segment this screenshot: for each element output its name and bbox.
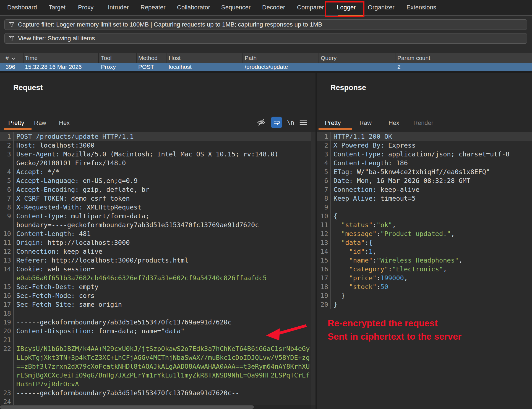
- column-header-query[interactable]: Query: [321, 53, 337, 63]
- editor-line[interactable]: 4Content-Length: 186: [317, 159, 532, 167]
- nav-tab-repeater[interactable]: Repeater: [140, 0, 166, 15]
- view-filter-bar[interactable]: View filter: Showing all items: [4, 33, 527, 44]
- editor-line[interactable]: 19 }: [317, 291, 532, 300]
- column-header-method[interactable]: Method: [138, 53, 158, 63]
- editor-menu-icon[interactable]: [299, 119, 307, 126]
- word-wrap-icon: [273, 119, 280, 126]
- request-horizontal-scrollbar-thumb[interactable]: [0, 405, 254, 409]
- line-number: 10: [0, 229, 14, 238]
- editor-line[interactable]: 5Accept-Language: en-US,en;q=0.9: [0, 176, 315, 185]
- nav-tab-target[interactable]: Target: [49, 0, 66, 15]
- editor-line[interactable]: 10{: [317, 212, 532, 221]
- editor-line[interactable]: 6Date: Mon, 16 Mar 2026 08:32:28 GMT: [317, 176, 532, 185]
- editor-line[interactable]: 4Accept: */*: [0, 167, 315, 176]
- editor-line[interactable]: rESmjBgXCXcJeiFiO9qG/BnHg7JXZPErYm1rYkLu…: [0, 371, 315, 380]
- column-header-#[interactable]: #: [6, 53, 15, 63]
- request-vertical-scrollbar[interactable]: [311, 132, 315, 405]
- request-horizontal-scrollbar[interactable]: [0, 405, 311, 409]
- line-number: 10: [317, 212, 331, 221]
- editor-line[interactable]: 13 "data":{: [317, 238, 532, 247]
- tab-hex[interactable]: Hex: [388, 119, 399, 127]
- request-toolbar-icons: \n: [257, 116, 312, 129]
- editor-line[interactable]: Hu3ntP7vjRdrOcvA: [0, 380, 315, 389]
- tab-pretty[interactable]: Pretty: [325, 119, 341, 127]
- editor-line[interactable]: 8X-Requested-With: XMLHttpRequest: [0, 203, 315, 212]
- editor-line[interactable]: 15Sec-Fetch-Dest: empty: [0, 282, 315, 291]
- editor-line[interactable]: 9Content-Type: multipart/form-data;: [0, 212, 315, 221]
- column-header-tool[interactable]: Tool: [101, 53, 112, 63]
- editor-line[interactable]: 6Accept-Encoding: gzip, deflate, br: [0, 185, 315, 194]
- tab-raw[interactable]: Raw: [359, 119, 372, 127]
- editor-line[interactable]: 16Sec-Fetch-Mode: cors: [0, 291, 315, 300]
- burp-suite-window: DashboardTargetProxyIntruderRepeaterColl…: [0, 0, 532, 409]
- column-header-param-count[interactable]: Param count: [397, 53, 430, 63]
- nav-tab-proxy[interactable]: Proxy: [78, 0, 93, 15]
- editor-line[interactable]: boundary=----geckoformboundary7ab3d51e51…: [0, 221, 315, 229]
- column-header-path[interactable]: Path: [245, 53, 257, 63]
- capture-filter-bar[interactable]: Capture filter: Logger memory limit set …: [4, 19, 527, 30]
- editor-line[interactable]: 3Content-Type: application/json; charset…: [317, 150, 532, 159]
- editor-line[interactable]: 17 "price":199000,: [317, 274, 532, 282]
- column-header-time[interactable]: Time: [25, 53, 38, 63]
- tab-hex[interactable]: Hex: [59, 119, 70, 127]
- line-number: 17: [317, 274, 331, 282]
- logger-table-selected-row[interactable]: 39615:32:28 16 Mar 2026ProxyPOSTlocalhos…: [0, 63, 532, 71]
- tab-pretty[interactable]: Pretty: [8, 119, 24, 127]
- editor-line[interactable]: e0ab56a0f651b3a7682cb4646c6326ef7d37a31e…: [0, 274, 315, 282]
- line-content: Content-Length: 186: [331, 159, 408, 167]
- row-cell: 15:32:28 16 Mar 2026: [25, 63, 82, 71]
- editor-line[interactable]: LLpKTgjXkt3TN+3p4kTcZ3XC+LhCFjAGGv4MCThj…: [0, 353, 315, 362]
- editor-line[interactable]: 7Connection: keep-alive: [317, 185, 532, 194]
- editor-line[interactable]: 14Cookie: web_session=: [0, 265, 315, 274]
- soft-wrap-toggle-button[interactable]: [271, 117, 282, 128]
- editor-line[interactable]: 12Connection: keep-alive: [0, 247, 315, 256]
- editor-line[interactable]: 18 "stock":50: [317, 282, 532, 291]
- editor-line[interactable]: 8Keep-Alive: timeout=5: [317, 194, 532, 203]
- editor-line[interactable]: 13Referer: http://localhost:3000/product…: [0, 256, 315, 265]
- line-number: 4: [317, 159, 331, 167]
- editor-line[interactable]: 20}: [317, 300, 532, 309]
- logger-table-header[interactable]: #TimeToolMethodHostPathQueryParam count: [0, 53, 532, 63]
- editor-line[interactable]: 3User-Agent: Mozilla/5.0 (Macintosh; Int…: [0, 150, 315, 159]
- editor-line[interactable]: 17Sec-Fetch-Site: same-origin: [0, 300, 315, 309]
- line-number: [0, 353, 14, 362]
- response-editor[interactable]: 1HTTP/1.1 200 OK2X-Powered-By: Express3C…: [317, 132, 532, 409]
- show-newlines-toggle[interactable]: \n: [287, 119, 294, 126]
- editor-line[interactable]: 23------geckoformboundary7ab3d51e5153470…: [0, 389, 315, 397]
- editor-line[interactable]: 14 "id":1,: [317, 247, 532, 256]
- column-separator: [23, 53, 24, 63]
- nav-tab-dashboard[interactable]: Dashboard: [7, 0, 37, 15]
- request-editor[interactable]: 1POST /products/update HTTP/1.12Host: lo…: [0, 132, 315, 409]
- nav-tab-sequencer[interactable]: Sequencer: [221, 0, 251, 15]
- editor-line[interactable]: 5ETag: W/"ba-5knw4ce2txhiqHf//ea0slx8EFQ…: [317, 167, 532, 176]
- nav-tab-extensions[interactable]: Extensions: [406, 0, 436, 15]
- editor-line[interactable]: Gecko/20100101 Firefox/148.0: [0, 159, 315, 167]
- editor-line[interactable]: 10Content-Length: 481: [0, 229, 315, 238]
- nav-tab-organizer[interactable]: Organizer: [368, 0, 395, 15]
- editor-line[interactable]: 1POST /products/update HTTP/1.1: [0, 132, 315, 141]
- editor-line[interactable]: 16 "category":"Electronics",: [317, 265, 532, 274]
- filter-funnel-icon: [9, 22, 15, 28]
- line-content: "category":"Electronics",: [331, 265, 447, 274]
- editor-line[interactable]: 2X-Powered-By: Express: [317, 141, 532, 150]
- editor-line[interactable]: 1HTTP/1.1 200 OK: [317, 132, 532, 141]
- editor-line[interactable]: 12 "message":"Product updated.",: [317, 229, 532, 238]
- editor-line[interactable]: 7X-CSRF-TOKEN: demo-csrf-token: [0, 194, 315, 203]
- nav-tab-decoder[interactable]: Decoder: [262, 0, 285, 15]
- editor-line[interactable]: ==zBbf3l7zrxn2dX79cXoFcatkNHDl8tAQAJkALg…: [0, 362, 315, 371]
- hide-nonprinting-icon[interactable]: [257, 118, 266, 127]
- tab-raw[interactable]: Raw: [34, 119, 46, 127]
- nav-tab-comparer[interactable]: Comparer: [297, 0, 324, 15]
- nav-tab-intruder[interactable]: Intruder: [108, 0, 129, 15]
- editor-line[interactable]: 18: [0, 309, 315, 318]
- editor-line[interactable]: 15 "name":"Wireless Headphones",: [317, 256, 532, 265]
- nav-tab-collaborator[interactable]: Collaborator: [177, 0, 210, 15]
- line-number: 18: [317, 282, 331, 291]
- column-separator: [242, 53, 242, 63]
- editor-line[interactable]: 11 "status":"ok",: [317, 221, 532, 229]
- annotation-arrow: [260, 318, 332, 348]
- editor-line[interactable]: 11Origin: http://localhost:3000: [0, 238, 315, 247]
- column-header-host[interactable]: Host: [169, 53, 181, 63]
- editor-line[interactable]: 9: [317, 203, 532, 212]
- editor-line[interactable]: 2Host: localhost:3000: [0, 141, 315, 150]
